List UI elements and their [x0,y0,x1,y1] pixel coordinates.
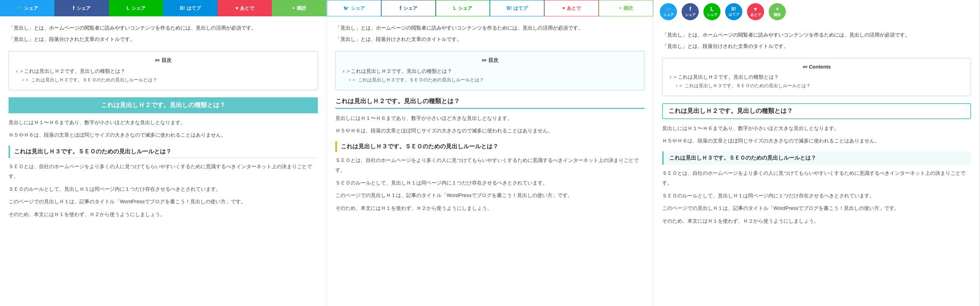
toc-h2-item-2[interactable]: ＞これは見出しＨ２です。見出しの種類とは？ [343,68,637,75]
hatena-share-btn-2[interactable]: B! はてブ [490,0,544,16]
panel1-content: 「見出し」とは、ホームページの閲覧者に読みやすいコンテンツを作るためには、見出し… [0,16,326,230]
twitter-share-btn[interactable]: 🐦 シェア [0,0,54,16]
feedly-label: 購読 [297,5,306,12]
body-text-4: ＳＥＯのルールとして、見出しＨ１は同ページ内に１つだけ存在させるべきとされていま… [9,185,318,194]
intro-text-p3-1: 「見出し」とは、ホームページの閲覧者に読みやすいコンテンツを作るためには、見出し… [662,30,971,39]
hatena-icon-2: B! [507,5,512,11]
feedly-icon: + [292,5,295,11]
toc-h2-item[interactable]: ＞これは見出しＨ２です。見出しの種類とは？ [16,68,310,75]
toc-h3-item[interactable]: ＞ これは見出しＨ３です。ＳＥＯのための見出しルールとは？ [22,77,310,83]
heading-2-p3: これは見出しＨ２です。見出しの種類とは？ [662,103,971,119]
line-circle-icon: L [710,6,714,12]
panel-2: 🐦 シェア f シェア L シェア B! はてブ ♥ あとで + 購読 「見出し… [327,0,654,306]
twitter-circle-label: シェア [663,12,674,18]
line-share-btn[interactable]: L シェア [109,0,163,16]
twitter-icon-2: 🐦 [343,5,349,11]
pocket-share-btn-2[interactable]: ♥ あとで [544,0,599,16]
twitter-share-btn-2[interactable]: 🐦 シェア [327,0,381,16]
body-text-p2-3: ＳＥＯとは、自社のホームページをより多くの人に見つけてもらいやすいくするために意… [335,156,645,175]
hatena-share-btn[interactable]: B! はてブ [163,0,217,16]
facebook-label-2: シェア [403,5,417,12]
toc-h2-item-3[interactable]: ＞これは見出しＨ２です。見出しの種類とは？ [670,74,964,81]
panel-3: 🐦 シェア f シェア L シェア B! はてブ ♥ あとで + 購読 「見出し… [654,0,980,306]
body-text-p2-1: 見出しにはＨ１〜Ｈ６まであり、数字が小さいほど大きな見出しとなります。 [335,114,645,123]
toc-title-2: ≔ 目次 [343,57,637,64]
intro-text-2: 「見出し」とは、段落分けされた文章のタイトルです。 [9,35,318,44]
hatena-label-2: はてブ [514,5,528,12]
body-text-p2-2: Ｈ５やＨ６は、段落の文章とほぼ同じサイズの大きさなので滅多に使われることはありま… [335,126,645,136]
pocket-label-2: あとで [567,5,581,12]
pocket-share-btn[interactable]: ♥ あとで [217,0,272,16]
line-icon: L [126,5,129,11]
feedly-circle-icon: + [776,6,779,12]
intro-text-p3-2: 「見出し」とは、段落分けされた文章のタイトルです。 [662,42,971,51]
toc-title-3: ≔ Contents [670,64,964,70]
line-share-btn-2[interactable]: L シェア [436,0,490,16]
twitter-icon: 🐦 [16,5,22,11]
pocket-icon-2: ♥ [562,5,565,11]
twitter-circle-btn[interactable]: 🐦 シェア [660,3,677,20]
facebook-icon: f [73,5,75,11]
hatena-circle-icon: B! [731,6,736,12]
toc-h3-item-3[interactable]: ＞ これは見出しＨ３です。ＳＥＯのための見出しルールとは？ [676,83,964,89]
toc-box: ≔ 目次 ＞これは見出しＨ２です。見出しの種類とは？ ＞ これは見出しＨ３です。… [9,51,318,90]
body-text-p3-2: Ｈ５やＨ６は、段落の文章とほぼ同じサイズの大きさなので滅多に使われることはありま… [662,136,971,146]
heading-2: これは見出しＨ２です。見出しの種類とは？ [9,97,318,113]
heading-3-p2: これは見出しＨ３です。ＳＥＯのための見出しルールとは？ [335,141,645,152]
body-text-p2-5: このページでの見出しＨ１は、記事のタイトル「WordPressでブログを書こう！… [335,191,645,200]
line-icon-2: L [453,5,456,11]
toc-title: ≔ 目次 [16,57,310,64]
feedly-icon-2: + [619,5,622,11]
facebook-circle-label: シェア [685,12,696,18]
heading-3-p3: これは見出しＨ３です。ＳＥＯのための見出しルールとは？ [662,151,971,165]
body-text-p2-4: ＳＥＯのルールとして、見出しＨ１は同ページ内に１つだけ存在させるべきとされていま… [335,178,645,188]
feedly-share-btn-2[interactable]: + 購読 [599,0,653,16]
body-text-p2-6: そのため、本文にはＨ１を使わず、Ｈ２から使うようにしましょう。 [335,204,645,213]
twitter-circle-icon: 🐦 [665,6,672,12]
twitter-label-2: シェア [351,5,365,12]
hatena-circle-btn[interactable]: B! はてブ [725,3,742,20]
body-text-p3-5: このページでの見出しＨ１は、記事のタイトル「WordPressでブログを書こう！… [662,204,971,213]
body-text-p3-4: ＳＥＯのルールとして、見出しＨ１は同ページ内に１つだけ存在させるべきとされていま… [662,191,971,201]
body-text-1: 見出しにはＨ１〜Ｈ６まであり、数字が小さいほど大きな見出しとなります。 [9,118,318,128]
toc-box-2: ≔ 目次 ＞これは見出しＨ２です。見出しの種類とは？ ＞ これは見出しＨ３です。… [335,51,645,90]
feedly-share-btn[interactable]: + 購読 [272,0,326,16]
share-bar-outline: 🐦 シェア f シェア L シェア B! はてブ ♥ あとで + 購読 [327,0,653,16]
intro-text-p2-1: 「見出し」とは、ホームページの閲覧者に読みやすいコンテンツを作るためには、見出し… [335,23,645,32]
facebook-circle-icon: f [689,6,691,12]
intro-text-p2-2: 「見出し」とは、段落分けされた文章のタイトルです。 [335,35,645,44]
feedly-circle-btn[interactable]: + 購読 [769,3,786,20]
panel3-content: 「見出し」とは、ホームページの閲覧者に読みやすいコンテンツを作るためには、見出し… [654,23,980,236]
heading-3: これは見出しＨ３です。ＳＥＯのための見出しルールとは？ [9,146,318,158]
facebook-icon-2: f [400,5,401,11]
heading-2-p2: これは見出しＨ２です。見出しの種類とは？ [335,97,645,109]
toc-h3-item-2[interactable]: ＞ これは見出しＨ３です。ＳＥＯのための見出しルールとは？ [349,77,637,83]
panel2-content: 「見出し」とは、ホームページの閲覧者に読みやすいコンテンツを作るためには、見出し… [327,16,653,223]
body-text-5: このページでの見出しＨ１は、記事のタイトル「WordPressでブログを書こう！… [9,197,318,207]
twitter-label: シェア [24,5,38,12]
pocket-label: あとで [240,5,254,12]
pocket-circle-label: あとで [750,12,761,18]
share-bar-filled: 🐦 シェア f シェア L シェア B! はてブ ♥ あとで + 購読 [0,0,326,16]
pocket-icon: ♥ [235,5,238,11]
pocket-circle-btn[interactable]: ♥ あとで [747,3,764,20]
line-label: シェア [131,5,146,12]
toc-box-3: ≔ Contents ＞これは見出しＨ２です。見出しの種類とは？ ＞ これは見出… [662,58,971,96]
pocket-circle-icon: ♥ [754,6,757,12]
feedly-label-2: 購読 [624,5,633,12]
share-bar-circle: 🐦 シェア f シェア L シェア B! はてブ ♥ あとで + 購読 [654,0,980,23]
body-text-2: Ｈ５やＨ６は、段落の文章とほぼ同じサイズの大きさなので滅多に使われることはありま… [9,130,318,140]
facebook-label: シェア [77,5,91,12]
facebook-share-btn[interactable]: f シェア [54,0,109,16]
feedly-circle-label: 購読 [774,12,781,18]
line-circle-label: シェア [707,12,717,18]
facebook-circle-btn[interactable]: f シェア [682,3,699,20]
body-text-6: そのため、本文にはＨ１を使わず、Ｈ２から使うようにしましょう。 [9,210,318,220]
body-text-p3-6: そのため、本文にはＨ１を使わず、Ｈ２から使うようにしましょう。 [662,216,971,226]
hatena-circle-label: はてブ [729,12,739,17]
panel-1: 🐦 シェア f シェア L シェア B! はてブ ♥ あとで + 購読 「見出し… [0,0,327,306]
facebook-share-btn-2[interactable]: f シェア [381,0,436,16]
body-text-3: ＳＥＯとは、自社のホームページをより多くの人に見つけてもらいやすいくするために意… [9,162,318,181]
body-text-p3-1: 見出しにはＨ１〜Ｈ６まであり、数字が小さいほど大きな見出しとなります。 [662,124,971,134]
line-circle-btn[interactable]: L シェア [703,3,721,20]
